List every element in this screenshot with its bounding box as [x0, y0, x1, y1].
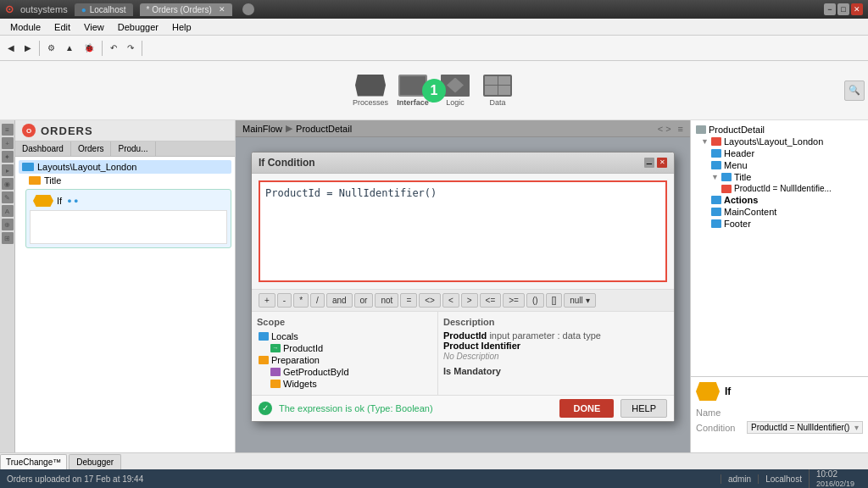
side-icon-7[interactable]: A — [2, 205, 14, 217]
status-server: Localhost — [758, 474, 809, 484]
tree-item-title[interactable]: Title — [19, 174, 231, 187]
app-name: outsystems — [20, 4, 68, 14]
tab-produ[interactable]: Produ... — [111, 141, 155, 156]
side-icon-1[interactable]: ≡ — [2, 124, 14, 136]
prop-condition-input[interactable]: ProductId = NullIdentifier() ▾ — [747, 421, 863, 434]
right-tree-actions[interactable]: Actions — [694, 194, 865, 206]
minimize-button[interactable]: − — [824, 3, 836, 15]
right-tree-title[interactable]: ▼ Title — [694, 171, 865, 183]
status-text: Orders uploaded on 17 Feb at 19:44 — [7, 474, 721, 484]
close-button[interactable]: ✕ — [851, 3, 863, 15]
forward-button[interactable]: ▶ — [20, 39, 36, 58]
tab-orders[interactable]: Orders — [71, 141, 112, 156]
prop-name-row: Name — [696, 408, 863, 418]
redo-button[interactable]: ↷ — [123, 39, 138, 58]
help-button[interactable]: HELP — [620, 399, 667, 418]
left-panel-header: O ORDERS — [15, 120, 235, 141]
op-lt[interactable]: < — [442, 293, 459, 308]
op-gte[interactable]: >= — [503, 293, 525, 308]
publish-button[interactable]: ▲ — [61, 39, 78, 58]
actions-rtree-icon — [711, 196, 721, 204]
data-button[interactable]: Data — [476, 69, 519, 112]
right-tree-root[interactable]: ProductDetail — [694, 124, 865, 136]
side-icon-2[interactable]: + — [2, 137, 14, 149]
preparation-folder-icon — [259, 356, 269, 364]
op-gt[interactable]: > — [461, 293, 478, 308]
prop-name-label: Name — [696, 408, 747, 418]
scope-widgets[interactable]: Widgets — [257, 378, 432, 390]
side-icon-9[interactable]: ⊞ — [2, 232, 14, 244]
right-tree-footer[interactable]: Footer — [694, 218, 865, 230]
modal-window-controls: − ✕ — [644, 158, 667, 168]
tab-localhost[interactable]: ● Localhost — [75, 3, 133, 16]
side-icon-6[interactable]: ✎ — [2, 191, 14, 203]
op-parens[interactable]: () — [526, 293, 544, 308]
side-icon-4[interactable]: ▸ — [2, 164, 14, 176]
header-rtree-icon — [711, 149, 721, 158]
undo-button[interactable]: ↶ — [106, 39, 121, 58]
expression-editor[interactable]: ProductId = NullIdentifier() — [259, 180, 667, 282]
menu-view[interactable]: View — [77, 19, 111, 35]
right-tree-header[interactable]: Header — [694, 147, 865, 159]
desc-product-info: ProductId input parameter : data type Pr… — [443, 330, 669, 361]
op-not[interactable]: not — [375, 293, 398, 308]
side-icon-3[interactable]: ✦ — [2, 151, 14, 163]
tree-item-if[interactable]: If ● ● — [30, 193, 227, 208]
op-multiply[interactable]: * — [293, 293, 309, 308]
op-lte[interactable]: <= — [480, 293, 502, 308]
productid-rtree-icon — [721, 185, 732, 193]
loading-icon — [242, 3, 254, 15]
op-and[interactable]: and — [326, 293, 353, 308]
side-icon-8[interactable]: ⊕ — [2, 219, 14, 230]
tab-debugger[interactable]: Debugger — [69, 454, 121, 469]
tab-bar: Dashboard Orders Produ... — [15, 141, 235, 157]
tab-close-icon[interactable]: ✕ — [219, 5, 225, 14]
right-tree-productid[interactable]: ProductId = NullIdentifie... — [694, 183, 865, 194]
op-eq[interactable]: = — [400, 293, 417, 308]
scope-productid[interactable]: → ProductId — [257, 342, 432, 354]
scope-preparation[interactable]: Preparation — [257, 354, 432, 366]
menu-edit[interactable]: Edit — [47, 19, 77, 35]
tab-orders[interactable]: * Orders (Orders) ✕ — [140, 3, 232, 16]
search-button[interactable]: 🔍 — [844, 80, 865, 101]
op-plus[interactable]: + — [259, 293, 275, 308]
modal-header: If Condition − ✕ — [252, 152, 674, 174]
footer-rtree-icon — [711, 219, 721, 228]
op-minus[interactable]: - — [277, 293, 292, 308]
right-panel: ProductDetail ▼ Layouts\Layout_London He… — [690, 120, 868, 452]
debug-button[interactable]: 🐞 — [80, 39, 98, 58]
tree-item-layout[interactable]: Layouts\Layout_London — [19, 160, 231, 174]
done-button[interactable]: DONE — [559, 399, 614, 418]
op-null[interactable]: null ▾ — [564, 293, 595, 308]
scope-locals[interactable]: Locals — [257, 330, 432, 342]
tab-truechange[interactable]: TrueChange™ — [0, 454, 67, 469]
right-tree-layout[interactable]: ▼ Layouts\Layout_London — [694, 136, 865, 147]
op-divide[interactable]: / — [310, 293, 325, 308]
menu-help[interactable]: Help — [165, 19, 198, 35]
modal-title: If Condition — [259, 157, 315, 169]
title-expand-arrow: ▼ — [711, 173, 719, 181]
op-or[interactable]: or — [354, 293, 374, 308]
maximize-button[interactable]: □ — [837, 3, 849, 15]
right-tree-menu[interactable]: Menu — [694, 159, 865, 171]
if-props-label: If — [725, 385, 731, 397]
op-neq[interactable]: <> — [419, 293, 441, 308]
op-brackets[interactable]: [] — [546, 293, 563, 308]
back-button[interactable]: ◀ — [3, 39, 19, 58]
if-condition-modal: If Condition − ✕ ProductId = NullIdentif… — [251, 152, 675, 422]
settings-button[interactable]: ⚙ — [43, 39, 59, 58]
processes-button[interactable]: Processes — [349, 69, 392, 112]
maincontent-rtree-icon — [711, 208, 721, 216]
side-icon-5[interactable]: ◉ — [2, 178, 14, 190]
menu-debugger[interactable]: Debugger — [111, 19, 165, 35]
layout-rtree-icon — [711, 137, 721, 146]
desc-title: Description — [443, 317, 669, 327]
scope-title: Scope — [257, 317, 432, 327]
scope-getproductbyid[interactable]: GetProductById — [257, 366, 432, 378]
center-canvas: MainFlow ▶ ProductDetail < > ≡ If Condit… — [236, 120, 690, 452]
right-tree-maincontent[interactable]: MainContent — [694, 206, 865, 218]
tab-dashboard[interactable]: Dashboard — [15, 141, 71, 156]
modal-close-button[interactable]: ✕ — [657, 158, 667, 168]
modal-minimize-button[interactable]: − — [644, 158, 654, 168]
menu-module[interactable]: Module — [3, 19, 47, 35]
